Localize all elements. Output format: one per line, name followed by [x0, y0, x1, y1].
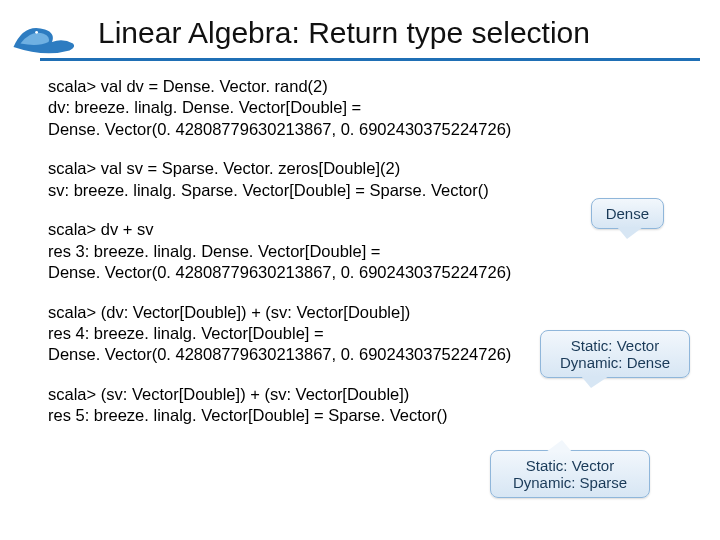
- code-line: Dense. Vector(0. 42808779630213867, 0. 6…: [48, 119, 672, 140]
- code-block-2: scala> val sv = Sparse. Vector. zeros[Do…: [48, 158, 672, 201]
- title-underline: [40, 58, 700, 61]
- svg-point-0: [35, 31, 38, 34]
- code-block-1: scala> val dv = Dense. Vector. rand(2) d…: [48, 76, 672, 140]
- code-line: res 3: breeze. linalg. Dense. Vector[Dou…: [48, 241, 672, 262]
- code-line: dv: breeze. linalg. Dense. Vector[Double…: [48, 97, 672, 118]
- callout-text: Dynamic: Dense: [555, 354, 675, 371]
- code-line: scala> val sv = Sparse. Vector. zeros[Do…: [48, 158, 672, 179]
- code-line: res 5: breeze. linalg. Vector[Double] = …: [48, 405, 672, 426]
- callout-dense: Dense: [591, 198, 664, 229]
- callout-text: Dense: [606, 205, 649, 222]
- slide-header: Linear Algebra: Return type selection: [0, 0, 720, 58]
- callout-text: Static: Vector: [555, 337, 675, 354]
- code-line: Dense. Vector(0. 42808779630213867, 0. 6…: [48, 262, 672, 283]
- callout-text: Dynamic: Sparse: [505, 474, 635, 491]
- callout-static-dynamic-sparse: Static: Vector Dynamic: Sparse: [490, 450, 650, 498]
- callout-static-dynamic-dense: Static: Vector Dynamic: Dense: [540, 330, 690, 378]
- code-line: scala> val dv = Dense. Vector. rand(2): [48, 76, 672, 97]
- breeze-logo: [10, 8, 80, 58]
- code-line: scala> (sv: Vector[Double]) + (sv: Vecto…: [48, 384, 672, 405]
- code-line: sv: breeze. linalg. Sparse. Vector[Doubl…: [48, 180, 672, 201]
- callout-text: Static: Vector: [505, 457, 635, 474]
- code-line: scala> (dv: Vector[Double]) + (sv: Vecto…: [48, 302, 672, 323]
- code-line: scala> dv + sv: [48, 219, 672, 240]
- slide-title: Linear Algebra: Return type selection: [98, 16, 590, 50]
- code-block-5: scala> (sv: Vector[Double]) + (sv: Vecto…: [48, 384, 672, 427]
- code-block-3: scala> dv + sv res 3: breeze. linalg. De…: [48, 219, 672, 283]
